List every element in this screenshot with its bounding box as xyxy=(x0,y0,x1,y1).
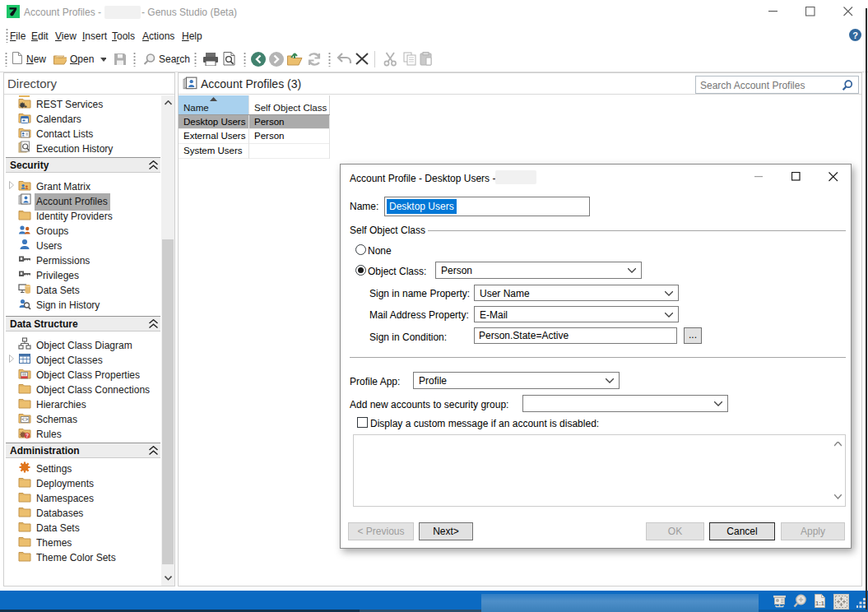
svg-text:1:1: 1:1 xyxy=(815,600,824,607)
svg-text:?: ? xyxy=(26,433,29,438)
svg-text:?: ? xyxy=(852,30,858,40)
svg-text:<>: <> xyxy=(21,417,28,423)
